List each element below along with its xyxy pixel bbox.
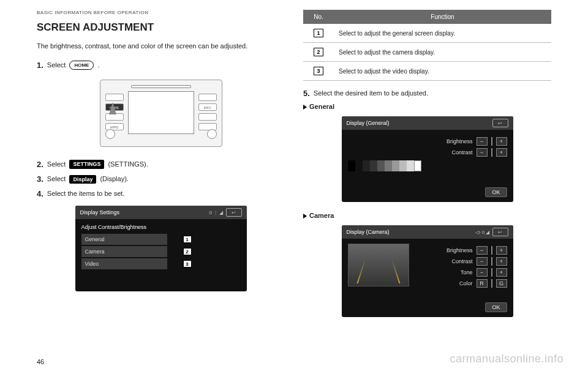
tune-knob-icon — [207, 129, 217, 139]
triangle-icon — [303, 214, 307, 219]
step-4: 4. Select the items to be set. — [37, 189, 285, 200]
display-camera-screenshot: Display (Camera) ◁› 0 ◢ ↩ Brightness − + — [342, 225, 513, 317]
back-icon[interactable]: ↩ — [492, 228, 508, 236]
callout-2: 2 — [183, 248, 192, 255]
cam-contrast-plus-button[interactable]: + — [496, 257, 507, 266]
cam-color-g-button[interactable]: G — [496, 279, 507, 288]
fn-no-2: 2 — [314, 48, 323, 56]
fn-th-function: Function — [334, 10, 551, 24]
cam-brightness-label: Brightness — [439, 247, 473, 253]
home-button-label: HOME — [69, 61, 94, 70]
contrast-minus-button[interactable]: − — [477, 148, 488, 157]
contrast-plus-button[interactable]: + — [496, 148, 507, 157]
step-3: 3. Select Display (Display). — [37, 174, 285, 185]
brightness-plus-button[interactable]: + — [496, 137, 507, 146]
settings-button-label: SETTINGS — [69, 160, 104, 169]
brightness-label: Brightness — [439, 138, 473, 144]
cam-color-r-button[interactable]: R — [477, 279, 488, 288]
cam-contrast-row: Contrast − + — [414, 257, 507, 266]
step-1-text-before: Select — [47, 61, 66, 70]
cam-contrast-label: Contrast — [439, 258, 473, 264]
adjust-list: General 1 Camera 2 Video 3 — [81, 234, 167, 269]
display-general-screenshot: Display (General) ↩ Brightness − + Contr… — [342, 116, 513, 202]
shot-general-title: Display (General) — [347, 120, 390, 126]
table-row: 2 Select to adjust the camera display. — [303, 43, 551, 62]
display-button-label: Display — [69, 175, 96, 184]
hu-btn-blank-1 — [105, 94, 124, 101]
function-table: No. Function 1 Select to adjust the gene… — [303, 10, 551, 81]
hu-btn-blank-3 — [198, 94, 217, 101]
step-3-paren: (Display). — [100, 174, 128, 184]
callout-3: 3 — [183, 260, 192, 267]
separator-icon — [491, 257, 492, 266]
step-2: 2. Select SETTINGS (SETTINGS). — [37, 159, 285, 170]
camera-preview-image — [348, 244, 409, 286]
cam-tone-row: Tone − + — [414, 268, 507, 277]
table-row: 3 Select to adjust the video display. — [303, 62, 551, 81]
fn-no-1: 1 — [314, 29, 323, 37]
status-icons: ◁› 0 ◢ ↩ — [475, 228, 508, 236]
separator-icon — [491, 279, 492, 288]
cam-tone-minus-button[interactable]: − — [477, 268, 488, 277]
back-icon[interactable]: ↩ — [226, 208, 242, 217]
page-number: 46 — [37, 358, 44, 365]
step-1-text-after: . — [97, 61, 99, 70]
step-5-num: 5. — [303, 88, 310, 99]
table-row: 1 Select to adjust the general screen di… — [303, 24, 551, 43]
list-item-general[interactable]: General 1 — [81, 234, 167, 245]
cam-brightness-plus-button[interactable]: + — [496, 246, 507, 255]
shot-settings-subtitle: Adjust Contrast/Brightness — [81, 224, 241, 230]
step-2-paren: (SETTINGS). — [108, 160, 148, 169]
page-title: SCREEN ADJUSTMENT — [37, 21, 285, 34]
brightness-minus-button[interactable]: − — [477, 137, 488, 146]
back-icon[interactable]: ↩ — [492, 119, 508, 127]
step-1-num: 1. — [37, 60, 43, 71]
section-camera: Camera — [303, 212, 551, 219]
fn-desc-1: Select to adjust the general screen disp… — [334, 24, 551, 43]
list-item-camera[interactable]: Camera 2 — [81, 246, 167, 257]
head-unit-figure: HOME APPS INFO — [37, 80, 285, 148]
display-settings-screenshot: Display Settings 0 ⋮ ◢ ↩ Adjust Contrast… — [75, 206, 247, 291]
ok-button[interactable]: OK — [485, 187, 507, 197]
fn-desc-2: Select to adjust the camera display. — [334, 43, 551, 62]
hu-btn-blank-4 — [198, 113, 217, 121]
watermark: carmanualsonline.info — [450, 353, 564, 365]
section-general: General — [303, 103, 551, 110]
hu-btn-info: INFO — [198, 103, 217, 111]
step-2-text-before: Select — [47, 160, 66, 169]
cam-tone-label: Tone — [439, 269, 473, 275]
fn-th-no: No. — [303, 10, 334, 24]
highlight-arrow-icon — [109, 102, 116, 114]
list-item-video[interactable]: Video 3 — [81, 258, 167, 269]
step-3-num: 3. — [37, 174, 43, 185]
step-3-text-before: Select — [47, 174, 66, 184]
ok-button[interactable]: OK — [485, 302, 507, 312]
brightness-row: Brightness − + — [348, 137, 507, 146]
cam-brightness-minus-button[interactable]: − — [477, 246, 488, 255]
list-item-video-label: Video — [85, 261, 99, 267]
shot-settings-title: Display Settings — [80, 209, 120, 215]
fn-desc-3: Select to adjust the video display. — [334, 62, 551, 81]
contrast-label: Contrast — [439, 149, 473, 155]
step-5-text: Select the desired item to be adjusted. — [314, 89, 428, 98]
separator-icon — [491, 246, 492, 255]
step-4-num: 4. — [37, 189, 43, 200]
shot-camera-title: Display (Camera) — [347, 229, 390, 235]
step-1: 1. Select HOME . — [37, 60, 285, 71]
separator-icon — [491, 268, 492, 277]
cam-color-row: Color R G — [414, 279, 507, 288]
cam-contrast-minus-button[interactable]: − — [477, 257, 488, 266]
contrast-row: Contrast − + — [348, 148, 507, 157]
separator-icon — [491, 137, 492, 146]
step-2-num: 2. — [37, 159, 43, 170]
cam-color-label: Color — [439, 280, 473, 286]
running-head: BASIC INFORMATION BEFORE OPERATION — [37, 10, 285, 15]
callout-1: 1 — [183, 236, 192, 243]
grayscale-swatch — [348, 160, 507, 171]
cam-brightness-row: Brightness − + — [414, 246, 507, 255]
volume-knob-icon — [105, 129, 115, 139]
triangle-icon — [303, 105, 307, 110]
cam-tone-plus-button[interactable]: + — [496, 268, 507, 277]
list-item-camera-label: Camera — [85, 249, 105, 255]
list-item-general-label: General — [85, 236, 105, 242]
